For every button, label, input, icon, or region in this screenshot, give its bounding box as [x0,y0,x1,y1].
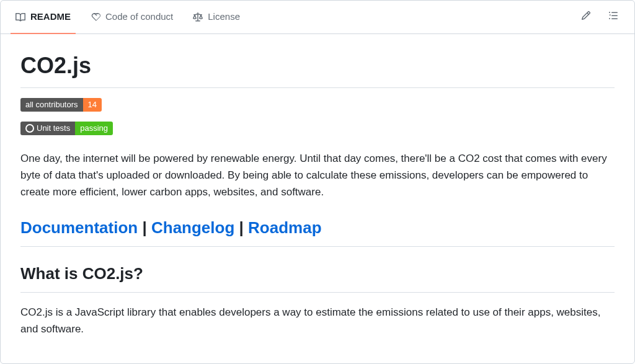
badge-contributors-value: 14 [83,98,102,112]
tab-license[interactable]: License [183,1,250,33]
what-is-body: CO2.js is a JavaScript library that enab… [20,304,615,337]
link-documentation[interactable]: Documentation [20,218,138,237]
readme-panel: README Code of conduct License [0,0,635,364]
tab-coc-label: Code of conduct [105,10,173,24]
tabs-actions [577,9,629,26]
badge-tests-label-text: Unit tests [37,122,70,135]
badge-contributors-label: all contributors [20,98,83,112]
badge-unit-tests[interactable]: Unit tests passing [20,122,113,135]
link-changelog[interactable]: Changelog [151,218,234,237]
badge-contributors[interactable]: all contributors 14 [20,98,102,112]
list-unordered-icon [608,10,618,25]
badge-tests-label: Unit tests [20,122,75,135]
what-is-title: What is CO2.js? [20,262,615,293]
outline-button[interactable] [605,9,622,26]
tab-license-label: License [208,10,240,24]
law-icon [193,12,203,22]
github-icon [25,124,34,133]
tab-readme[interactable]: README [6,1,81,33]
tabs-list: README Code of conduct License [6,1,250,33]
badge-tests-value: passing [75,122,113,135]
separator: | [142,218,151,237]
link-roadmap[interactable]: Roadmap [248,218,321,237]
book-icon [16,12,25,22]
tab-readme-label: README [30,10,71,24]
code-of-conduct-icon [91,12,100,22]
readme-content: CO2.js all contributors 14 Unit tests pa… [1,34,634,352]
edit-button[interactable] [577,9,595,26]
tabs-header: README Code of conduct License [1,1,634,34]
separator: | [239,218,249,237]
tab-code-of-conduct[interactable]: Code of conduct [81,1,183,33]
badges-row: all contributors 14 Unit tests passing [20,98,615,135]
project-description: One day, the internet will be powered by… [20,150,615,201]
pencil-icon [581,10,591,25]
page-title: CO2.js [20,49,615,88]
links-heading: Documentation | Changelog | Roadmap [20,216,615,247]
